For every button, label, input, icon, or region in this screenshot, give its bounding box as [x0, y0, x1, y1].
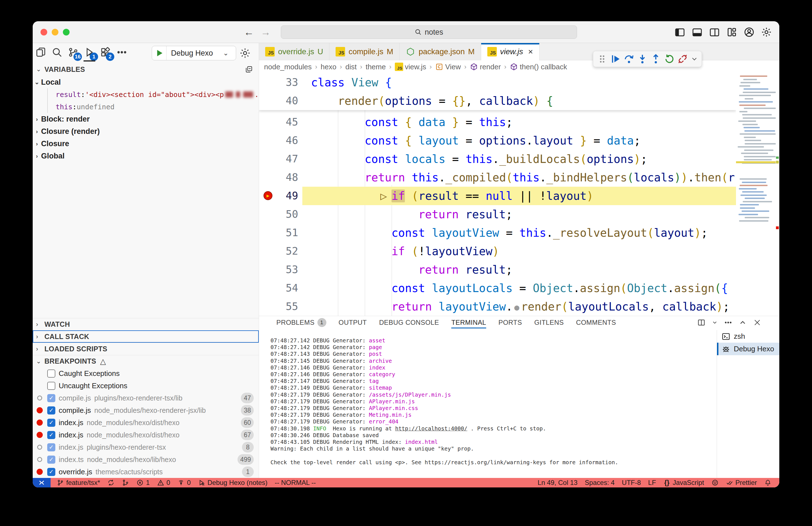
- exception-breakpoint-row[interactable]: ✓Caught Exceptions: [33, 367, 259, 380]
- code-line-45[interactable]: 45const { data } = this;: [259, 113, 736, 131]
- toggle-panel-icon[interactable]: [692, 27, 703, 38]
- chevron-up-icon[interactable]: [739, 318, 747, 327]
- panel-tab-gitlens[interactable]: GITLENS: [528, 316, 570, 329]
- variable-row[interactable]: result: '<div><section id="about"><div><…: [47, 88, 259, 101]
- breakpoint-row[interactable]: ✓override.jsthemes/cactus/scripts1: [33, 466, 259, 478]
- step-over-icon[interactable]: [623, 53, 635, 65]
- minimap[interactable]: [736, 73, 776, 316]
- code-line-55[interactable]: 55return layoutView.●render(layoutLocals…: [259, 297, 736, 316]
- status-item[interactable]: [711, 479, 719, 486]
- step-into-icon[interactable]: [637, 53, 648, 65]
- breadcrumb-item[interactable]: render: [470, 62, 501, 71]
- section-header-loaded[interactable]: ›LOADED SCRIPTS: [33, 343, 259, 355]
- code-line-40[interactable]: 40render(options = {}, callback) {: [259, 92, 736, 110]
- status-item[interactable]: [122, 479, 129, 486]
- close-window-button[interactable]: [41, 29, 47, 35]
- tab-override.js[interactable]: JSoverride.jsU: [259, 43, 330, 60]
- remote-indicator[interactable]: [33, 478, 50, 487]
- status-item-utf-8[interactable]: UTF-8: [622, 479, 641, 487]
- launch-config-dropdown[interactable]: Debug Hexo ⌄: [152, 46, 236, 60]
- section-header-breakpoints[interactable]: ⌄BREAKPOINTS△: [33, 355, 259, 367]
- terminal-output[interactable]: 07:48:27.142 DEBUG Generator: asset07:48…: [271, 337, 712, 466]
- checkbox-checked[interactable]: ✓: [47, 407, 55, 414]
- chevron-down-icon[interactable]: [691, 53, 698, 65]
- scope-closure-render-[interactable]: ›Closure (render): [33, 125, 259, 138]
- checkbox-unchecked[interactable]: ✓: [47, 382, 55, 390]
- step-out-icon[interactable]: [650, 53, 662, 65]
- disconnect-icon[interactable]: [677, 53, 688, 65]
- status-item-1[interactable]: 1: [136, 479, 149, 487]
- scope-local[interactable]: ⌄Local: [33, 76, 259, 88]
- breadcrumb-item[interactable]: JSview.js: [395, 62, 426, 71]
- drag-handle-icon[interactable]: [597, 53, 608, 65]
- code-line-50[interactable]: 50return result;: [259, 205, 736, 224]
- code-line-48[interactable]: 48return this._compiled(this._bindHelper…: [259, 168, 736, 187]
- section-header-watch[interactable]: ›WATCH: [33, 318, 259, 330]
- checkbox-checked[interactable]: ✓: [47, 419, 55, 427]
- code-line-46[interactable]: 46const { layout = options.layout } = da…: [259, 131, 736, 150]
- tab-compile.js[interactable]: JScompile.jsM: [330, 43, 400, 60]
- status-item[interactable]: [107, 479, 115, 486]
- continue-icon[interactable]: [610, 53, 621, 65]
- split-terminal-icon[interactable]: [697, 318, 706, 327]
- activity-item-explorer-icon[interactable]: [33, 44, 49, 61]
- toggle-primary-sidebar-icon[interactable]: [674, 27, 685, 38]
- chevron-down-icon[interactable]: [712, 318, 718, 327]
- close-icon[interactable]: ×: [528, 47, 533, 56]
- code-editor[interactable]: 45const { data } = this;46const { layout…: [259, 73, 736, 316]
- panel-tab-problems[interactable]: PROBLEMS1: [270, 316, 333, 329]
- panel-tab-ports[interactable]: PORTS: [492, 316, 528, 329]
- status-item--normal-[interactable]: -- NORMAL --: [275, 479, 316, 487]
- breakpoint-row[interactable]: ✓index.tsnode_modules/hexo/lib/hexo499: [33, 453, 259, 466]
- status-item-feature-tsx-[interactable]: feature/tsx*: [57, 479, 100, 487]
- status-item-debug-hexo-notes-[interactable]: Debug Hexo (notes): [198, 479, 267, 487]
- activity-item-search-icon[interactable]: [49, 44, 65, 61]
- code-line-54[interactable]: 54const layoutLocals = Object.assign(Obj…: [259, 279, 736, 297]
- variable-row[interactable]: this: undefined: [47, 101, 259, 113]
- breadcrumb-item[interactable]: then() callback: [510, 62, 567, 71]
- close-icon[interactable]: [753, 318, 762, 327]
- panel-tab-comments[interactable]: COMMENTS: [570, 316, 622, 329]
- scope-closure[interactable]: ›Closure: [33, 138, 259, 150]
- code-line-47[interactable]: 47const locals = this._buildLocals(optio…: [259, 150, 736, 168]
- debug-settings-gear-icon[interactable]: [240, 47, 251, 59]
- command-center-search[interactable]: notes: [281, 26, 577, 39]
- status-item-lf[interactable]: LF: [648, 479, 656, 487]
- breakpoint-row[interactable]: ✓index.jsnode_modules/hexo/dist/hexo67: [33, 429, 259, 441]
- tab-package.json[interactable]: package.jsonM: [400, 43, 481, 60]
- minimize-window-button[interactable]: [52, 29, 58, 35]
- checkbox-checked[interactable]: ✓: [47, 456, 55, 464]
- start-debug-icon[interactable]: [152, 46, 166, 60]
- section-header-callstack[interactable]: ›CALL STACK: [33, 330, 259, 343]
- checkbox-checked[interactable]: ✓: [47, 468, 55, 476]
- forward-icon[interactable]: →: [260, 26, 272, 38]
- variables-section-header[interactable]: ⌄ VARIABLES: [33, 62, 259, 76]
- breakpoint-row[interactable]: ✓index.jsplugins/hexo-renderer-tsx8: [33, 441, 259, 453]
- status-item[interactable]: [764, 479, 771, 486]
- status-item-prettier[interactable]: Prettier: [726, 479, 757, 487]
- account-icon[interactable]: [743, 27, 755, 38]
- code-line-53[interactable]: 53return result;: [259, 260, 736, 279]
- activity-item-run-debug-icon[interactable]: 1: [81, 44, 98, 61]
- code-line-52[interactable]: 52if (!layoutView): [259, 242, 736, 260]
- panel-tab-debug-console[interactable]: DEBUG CONSOLE: [373, 316, 445, 329]
- tab-view.js[interactable]: JSview.js×: [481, 43, 539, 60]
- panel-tab-terminal[interactable]: TERMINAL: [445, 316, 492, 329]
- back-icon[interactable]: ←: [243, 26, 255, 38]
- scope-global[interactable]: ›Global: [33, 150, 259, 162]
- status-item-0[interactable]: 0: [177, 479, 191, 487]
- terminal-list-item-zsh[interactable]: zsh: [717, 330, 779, 343]
- breakpoint-row[interactable]: ✓compile.jsnode_modules/hexo-renderer-js…: [33, 404, 259, 416]
- exception-breakpoint-row[interactable]: ✓Uncaught Exceptions: [33, 380, 259, 392]
- code-line-49[interactable]: ▶49▷if (result == null || !layout): [259, 187, 736, 205]
- checkbox-checked[interactable]: ✓: [47, 431, 55, 439]
- status-item-spaces-4[interactable]: Spaces: 4: [585, 479, 615, 487]
- breadcrumb-item[interactable]: dist: [345, 62, 357, 71]
- collapse-all-icon[interactable]: [245, 65, 253, 73]
- activity-item-extensions-icon[interactable]: 2: [98, 44, 114, 61]
- status-item-ln-49-col-13[interactable]: Ln 49, Col 13: [538, 479, 578, 487]
- restart-icon[interactable]: [664, 53, 675, 65]
- settings-gear-icon[interactable]: [761, 27, 772, 38]
- code-line-33[interactable]: 33class View {: [259, 73, 736, 92]
- breadcrumb-item[interactable]: theme: [365, 62, 386, 71]
